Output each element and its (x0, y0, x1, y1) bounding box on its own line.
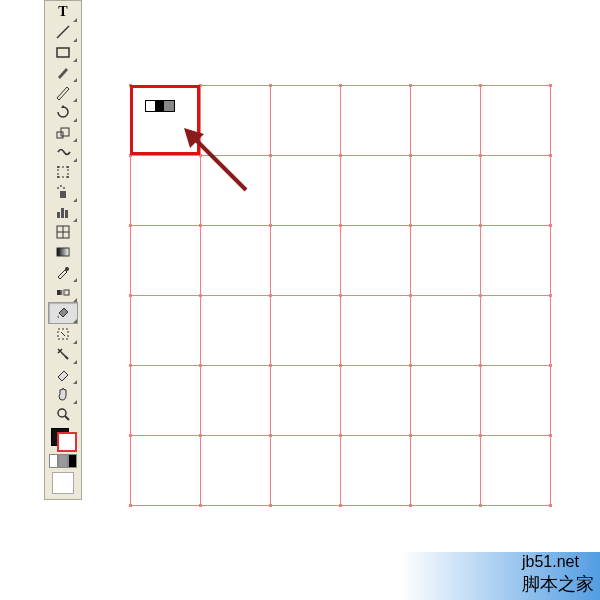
svg-rect-2 (57, 132, 63, 138)
grid-anchor-point[interactable] (269, 154, 272, 157)
hand-tool[interactable] (49, 384, 77, 404)
svg-rect-1 (57, 48, 69, 57)
svg-point-11 (60, 185, 62, 187)
blend-tool[interactable] (49, 282, 77, 302)
eraser-icon (55, 366, 71, 382)
type-tool[interactable]: T (49, 2, 77, 22)
slice-tool[interactable] (49, 344, 77, 364)
grid-anchor-point[interactable] (269, 294, 272, 297)
rectangle-tool[interactable] (49, 42, 77, 62)
canvas-grid[interactable] (130, 85, 550, 505)
column-graph-tool[interactable] (49, 202, 77, 222)
grid-anchor-point[interactable] (199, 224, 202, 227)
grid-anchor-point[interactable] (199, 364, 202, 367)
grid-anchor-point[interactable] (479, 294, 482, 297)
svg-line-0 (57, 26, 69, 38)
grid-anchor-point[interactable] (129, 364, 132, 367)
svg-line-26 (65, 416, 69, 420)
paintbrush-tool[interactable] (49, 62, 77, 82)
grid-anchor-point[interactable] (549, 224, 552, 227)
grid-anchor-point[interactable] (479, 364, 482, 367)
svg-point-10 (57, 187, 59, 189)
grid-anchor-point[interactable] (479, 434, 482, 437)
freetrans-icon (55, 164, 71, 180)
grid-anchor-point[interactable] (409, 224, 412, 227)
grid-anchor-point[interactable] (409, 434, 412, 437)
livepaint-icon (55, 305, 71, 321)
grid-anchor-point[interactable] (339, 364, 342, 367)
grid-anchor-point[interactable] (409, 364, 412, 367)
rect-icon (55, 44, 71, 60)
mesh-tool[interactable] (49, 222, 77, 242)
livesel-icon (55, 326, 71, 342)
grid-anchor-point[interactable] (339, 154, 342, 157)
slice-icon (55, 346, 71, 362)
grid-anchor-point[interactable] (339, 434, 342, 437)
svg-point-5 (57, 166, 59, 168)
grid-anchor-point[interactable] (479, 224, 482, 227)
line-icon (55, 24, 71, 40)
grid-anchor-point[interactable] (269, 84, 272, 87)
grid-anchor-point[interactable] (269, 364, 272, 367)
live-paint-swatch-preview (145, 100, 175, 112)
gradient-tool[interactable] (49, 242, 77, 262)
zoom-icon (55, 406, 71, 422)
svg-point-12 (63, 187, 65, 189)
watermark-url: jb51.net (522, 552, 594, 573)
grid-anchor-point[interactable] (129, 294, 132, 297)
grid-anchor-point[interactable] (199, 294, 202, 297)
grid-anchor-point[interactable] (129, 434, 132, 437)
grid-anchor-point[interactable] (129, 224, 132, 227)
grid-anchor-point[interactable] (409, 294, 412, 297)
color-mode-swatches[interactable] (49, 454, 77, 468)
grid-anchor-point[interactable] (549, 84, 552, 87)
grid-anchor-point[interactable] (409, 84, 412, 87)
grid-anchor-point[interactable] (129, 504, 132, 507)
mesh-icon (55, 224, 71, 240)
grid-anchor-point[interactable] (269, 504, 272, 507)
symbol-sprayer-tool[interactable] (49, 182, 77, 202)
scale-icon (55, 124, 71, 140)
watermark-text: 脚本之家 (522, 573, 594, 596)
grid-anchor-point[interactable] (549, 504, 552, 507)
grid-anchor-point[interactable] (479, 504, 482, 507)
grid-anchor-point[interactable] (409, 154, 412, 157)
grid-anchor-point[interactable] (409, 504, 412, 507)
grid-anchor-point[interactable] (269, 434, 272, 437)
grid-anchor-point[interactable] (339, 504, 342, 507)
live-paint-bucket-tool[interactable] (48, 302, 78, 324)
svg-rect-9 (60, 191, 66, 198)
grid-anchor-point[interactable] (269, 224, 272, 227)
grid-anchor-point[interactable] (199, 434, 202, 437)
line-segment-tool[interactable] (49, 22, 77, 42)
svg-point-8 (67, 176, 69, 178)
scale-tool[interactable] (49, 122, 77, 142)
grid-anchor-point[interactable] (549, 154, 552, 157)
eraser-tool[interactable] (49, 364, 77, 384)
rotate-tool[interactable] (49, 102, 77, 122)
grid-anchor-point[interactable] (479, 84, 482, 87)
stroke-color-swatch[interactable] (57, 432, 77, 452)
grid-anchor-point[interactable] (199, 504, 202, 507)
grid-anchor-point[interactable] (339, 224, 342, 227)
grid-anchor-point[interactable] (339, 84, 342, 87)
warp-tool[interactable] (49, 142, 77, 162)
eyedropper-icon (55, 264, 71, 280)
pencil-tool[interactable] (49, 82, 77, 102)
grid-anchor-point[interactable] (549, 434, 552, 437)
svg-rect-15 (65, 210, 68, 218)
svg-rect-19 (57, 248, 69, 256)
eyedropper-tool[interactable] (49, 262, 77, 282)
grid-anchor-point[interactable] (549, 364, 552, 367)
grid-anchor-point[interactable] (339, 294, 342, 297)
zoom-tool[interactable] (49, 404, 77, 424)
live-paint-selection-tool[interactable] (49, 324, 77, 344)
draw-mode-normal[interactable] (52, 472, 74, 494)
gradient-icon (55, 244, 71, 260)
fill-stroke-color[interactable] (49, 426, 77, 452)
grid-anchor-point[interactable] (479, 154, 482, 157)
grid-anchor-point[interactable] (549, 294, 552, 297)
highlighted-cell[interactable] (130, 85, 200, 155)
free-transform-tool[interactable] (49, 162, 77, 182)
svg-point-6 (67, 166, 69, 168)
